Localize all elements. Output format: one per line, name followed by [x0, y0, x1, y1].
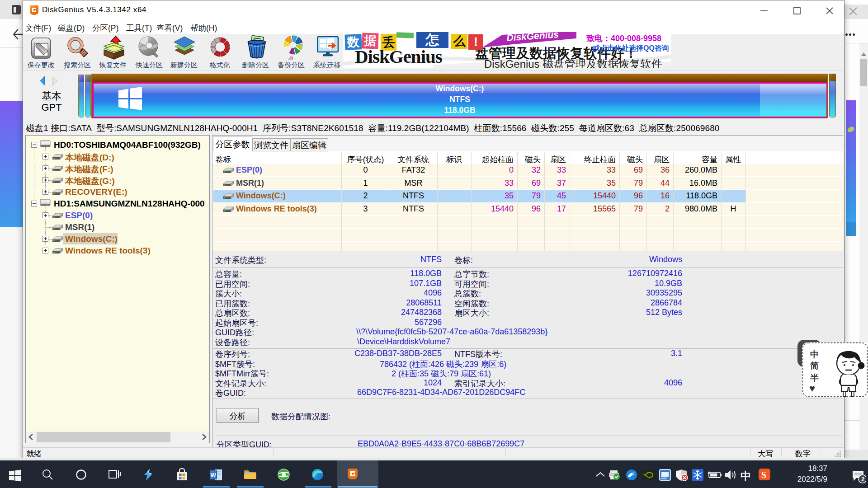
svg-text:S: S — [761, 470, 766, 480]
svg-text:W: W — [211, 472, 217, 479]
svg-text:intel: intel — [661, 477, 667, 480]
svg-text:2: 2 — [861, 476, 864, 483]
